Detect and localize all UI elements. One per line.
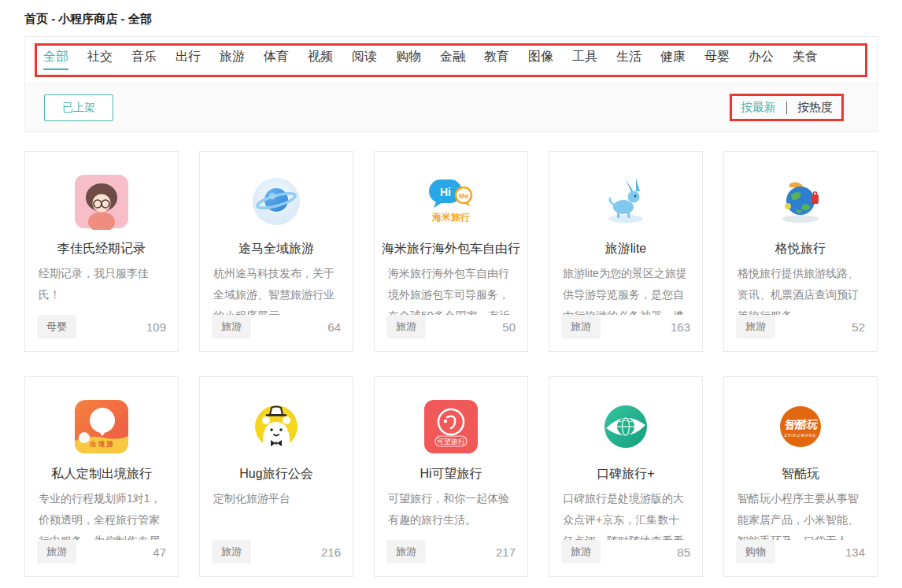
app-description: 旅游lite为您的景区之旅提供导游导览服务，是您自由行旅游的必备神器，遭到... [549,262,702,315]
category-tab-9[interactable]: 金融 [440,49,465,70]
svg-text:可望旅行: 可望旅行 [437,438,465,446]
category-tab-15[interactable]: 母婴 [704,49,730,70]
card-footer: 旅游 52 [724,315,877,351]
app-description: 口碑旅行是处境游版的大众点评+京东，汇集数十亿点评，随时随地查看看身边... [549,487,702,540]
category-tab-4[interactable]: 旅游 [220,49,245,70]
category-tag[interactable]: 旅游 [561,540,601,564]
girl-avatar-icon [73,173,130,230]
filter-row: 已上架 按最新 按热度 [25,83,877,131]
sort-annotation-box: 按最新 按热度 [730,94,844,121]
app-card[interactable]: 口碑旅行+ 口碑旅行是处境游版的大众点评+京东，汇集数十亿点评，随时随地查看看身… [549,376,703,577]
listed-filter-button[interactable]: 已上架 [44,94,113,121]
app-card[interactable]: 出境游 私人定制出境旅行 专业的行程规划师1对1，价额透明，全程旅行管家行中服务… [24,376,179,577]
category-tag[interactable]: 旅游 [736,315,775,338]
travel-globe-icon [772,173,829,230]
category-tab-7[interactable]: 阅读 [352,49,377,70]
usage-count: 134 [845,545,865,559]
app-icon: Hi Me 海米旅行 [423,173,479,230]
category-tab-11[interactable]: 图像 [528,49,553,70]
app-card[interactable]: Hi Me 海米旅行 海米旅行海外包车自由行 海米旅行海外包车自由行境外旅游包车… [374,151,528,352]
app-title: 海米旅行海外包车自由行 [375,235,527,262]
category-tab-5[interactable]: 体育 [264,49,289,70]
category-tab-1[interactable]: 社交 [87,49,113,70]
usage-count: 50 [502,320,516,334]
app-description: 经期记录，我只服李佳氏！ [25,262,178,315]
category-tab-17[interactable]: 美食 [793,49,818,70]
category-tab-0[interactable]: 全部 [43,49,68,70]
app-description: 智酷玩小程序主要从事智能家居产品，小米智能、智能手环及、口袋无人机、网... [724,487,877,540]
category-tab-14[interactable]: 健康 [660,49,686,70]
app-icon [772,173,829,230]
app-icon [73,173,130,230]
svg-text:海米旅行: 海米旅行 [431,212,470,223]
app-icon: 智酷玩 ZHIKUWANG [772,398,829,455]
blue-donkey-icon [597,173,654,230]
usage-count: 109 [146,320,166,334]
card-footer: 旅游 216 [200,540,353,576]
category-tag[interactable]: 旅游 [37,540,76,564]
app-title: Hi可望旅行 [413,460,488,487]
app-description: 定制化旅游平台 [200,487,353,540]
sort-by-newest[interactable]: 按最新 [741,100,776,115]
category-tab-10[interactable]: 教育 [484,49,509,70]
category-tag[interactable]: 旅游 [386,540,426,564]
app-icon [597,398,654,455]
category-tab-8[interactable]: 购物 [396,49,421,70]
tabs-row: 全部社交音乐出行旅游体育视频阅读购物金融教育图像工具生活健康母婴办公美食 [25,37,877,83]
category-tab-13[interactable]: 生活 [616,49,641,70]
app-icon: 出境游 [73,398,130,455]
kewang-red-icon: 可望旅行 [423,398,479,455]
usage-count: 52 [852,320,865,334]
app-card[interactable]: 旅游lite 旅游lite为您的景区之旅提供导游导览服务，是您自由行旅游的必备神… [549,151,703,352]
app-description: 格悦旅行提供旅游线路、资讯、机票酒店查询预订等旅行服务。 [724,262,877,315]
category-tab-16[interactable]: 办公 [749,49,774,70]
svg-text:ZHIKUWANG: ZHIKUWANG [784,433,816,438]
svg-text:Hi: Hi [440,186,451,198]
bear-icon [248,398,305,455]
eye-globe-icon [597,398,654,455]
tabs-annotation-box: 全部社交音乐出行旅游体育视频阅读购物金融教育图像工具生活健康母婴办公美食 [35,43,867,77]
category-tag[interactable]: 母婴 [37,315,76,338]
category-tag[interactable]: 旅游 [212,315,251,338]
app-icon [248,173,305,230]
usage-count: 85 [677,545,690,559]
planet-icon [248,173,305,230]
app-card[interactable]: 途马全域旅游 杭州途马科技发布，关于全域旅游、智慧旅游行业的小程序展示。 旅游 … [199,151,353,352]
app-description: 杭州途马科技发布，关于全域旅游、智慧旅游行业的小程序展示。 [200,262,353,315]
app-title: 途马全域旅游 [232,235,320,262]
app-card-grid: 李佳氏经期记录 经期记录，我只服李佳氏！ 母婴 109 途马全域旅游 杭州途马科… [24,151,878,577]
app-description: 海米旅行海外包车自由行境外旅游包车司导服务，在全球50多个国家，有近万名... [375,262,527,315]
sort-by-hottest[interactable]: 按热度 [797,100,833,115]
app-title: 李佳氏经期记录 [51,235,152,262]
card-footer: 旅游 217 [375,540,527,576]
category-tag[interactable]: 购物 [736,540,775,564]
app-icon [597,173,654,230]
card-footer: 旅游 47 [25,540,178,576]
svg-text:智酷玩: 智酷玩 [784,418,819,431]
category-tab-12[interactable]: 工具 [572,49,597,70]
app-title: 私人定制出境旅行 [45,460,158,487]
category-tab-6[interactable]: 视频 [308,49,333,70]
usage-count: 216 [321,545,341,559]
app-description: 专业的行程规划师1对1，价额透明，全程旅行管家行中服务，为你制作专属的路... [25,487,178,540]
app-title: 格悦旅行 [769,235,832,262]
zhikuwan-icon: 智酷玩 ZHIKUWANG [772,398,829,455]
category-tag[interactable]: 旅游 [386,315,426,338]
app-description: 可望旅行，和你一起体验有趣的旅行生活。 [375,487,527,540]
filter-panel: 全部社交音乐出行旅游体育视频阅读购物金融教育图像工具生活健康母婴办公美食 已上架… [24,36,878,132]
balloon-app-icon: 出境游 [73,398,130,455]
category-tab-2[interactable]: 音乐 [131,49,157,70]
svg-text:出境游: 出境游 [90,440,115,448]
app-card[interactable]: 格悦旅行 格悦旅行提供旅游线路、资讯、机票酒店查询预订等旅行服务。 旅游 52 [723,151,878,352]
category-tab-3[interactable]: 出行 [176,49,201,70]
app-card[interactable]: 李佳氏经期记录 经期记录，我只服李佳氏！ 母婴 109 [24,151,179,352]
app-card[interactable]: 可望旅行 Hi可望旅行 可望旅行，和你一起体验有趣的旅行生活。 旅游 217 [374,376,528,577]
category-tag[interactable]: 旅游 [212,540,251,564]
card-footer: 旅游 163 [549,315,702,351]
category-tag[interactable]: 旅游 [561,315,601,338]
usage-count: 64 [327,320,341,334]
app-card[interactable]: 智酷玩 ZHIKUWANG 智酷玩 智酷玩小程序主要从事智能家居产品，小米智能、… [723,376,878,577]
sort-separator [786,102,787,114]
app-card[interactable]: Hug旅行公会 定制化旅游平台 旅游 216 [199,376,353,577]
app-title: Hug旅行公会 [233,460,319,487]
